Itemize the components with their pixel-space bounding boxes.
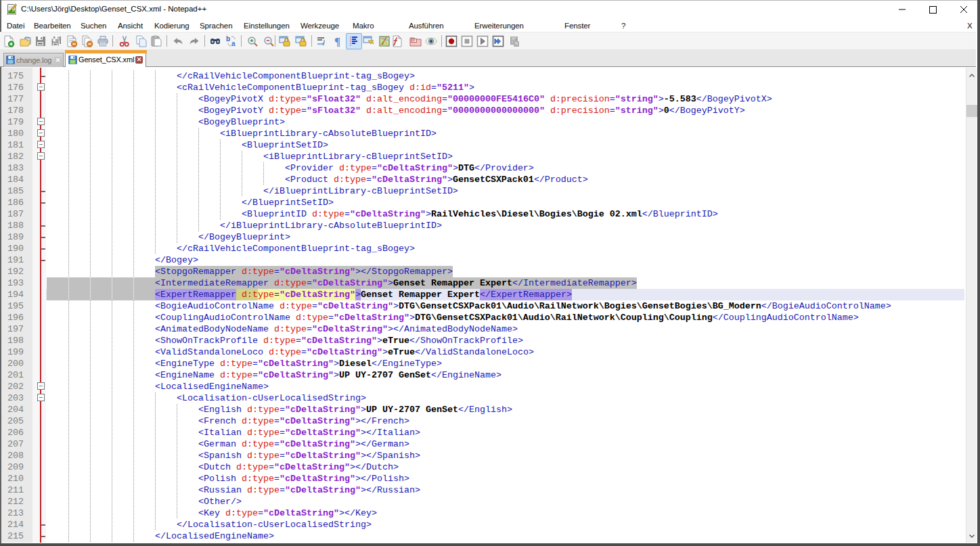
svg-text:a: a [231, 40, 236, 47]
svg-text:¶: ¶ [334, 35, 340, 47]
svg-text:b: b [226, 35, 230, 43]
